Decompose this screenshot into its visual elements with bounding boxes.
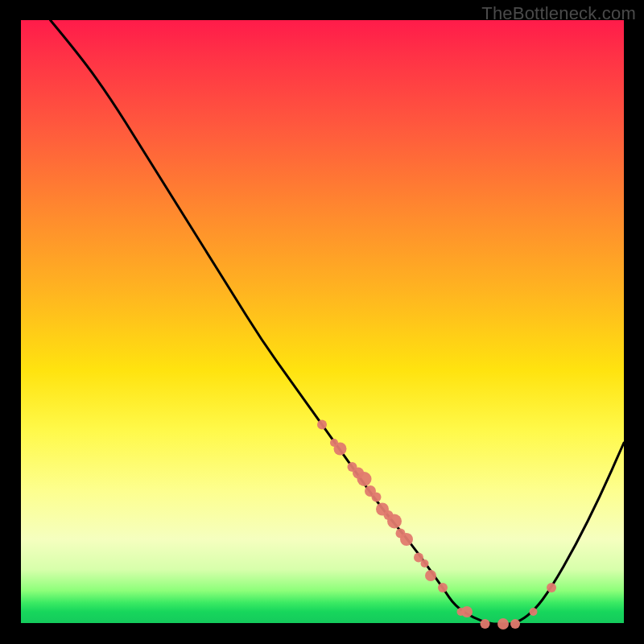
data-point [317, 420, 327, 430]
data-point [461, 606, 473, 617]
data-point [547, 583, 556, 592]
data-point [372, 493, 382, 502]
data-point [387, 514, 402, 529]
data-point [425, 570, 436, 581]
chart-container: TheBottleneck.com [0, 0, 644, 644]
bottleneck-curve [51, 20, 625, 624]
data-point [400, 533, 413, 546]
data-point [530, 608, 538, 616]
bottleneck-curve-svg [20, 20, 624, 624]
data-point [497, 618, 509, 630]
data-points [317, 420, 556, 630]
data-point [481, 619, 490, 629]
data-point [421, 559, 429, 568]
watermark-text: TheBottleneck.com [481, 3, 636, 24]
data-point [357, 472, 372, 486]
data-point [334, 443, 347, 456]
data-point [438, 583, 448, 592]
data-point [510, 619, 520, 629]
